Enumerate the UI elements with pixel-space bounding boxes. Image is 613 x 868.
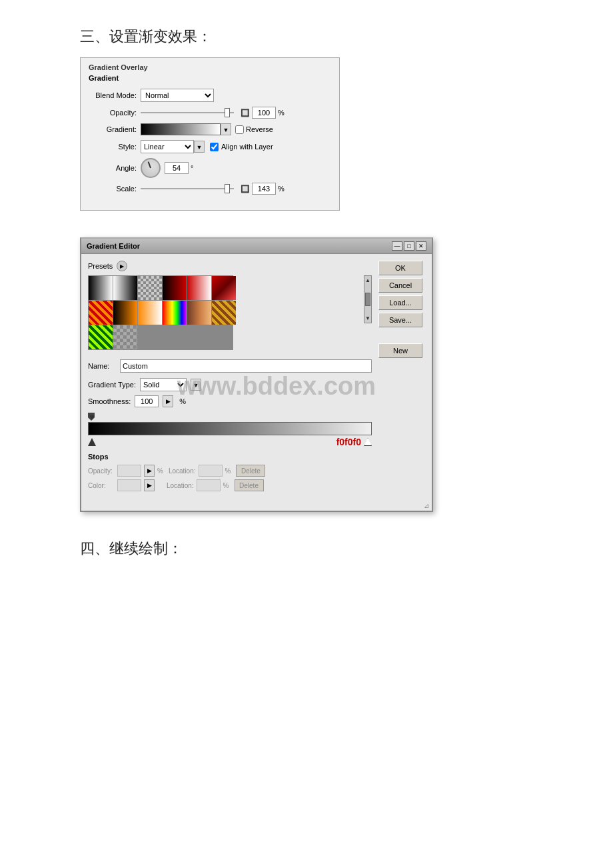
opacity-stop-location-label: Location: bbox=[169, 467, 196, 475]
resize-corner-area: ⊿ bbox=[81, 501, 432, 511]
section4: 四、继续绘制： bbox=[80, 539, 533, 559]
opacity-slider-track[interactable] bbox=[141, 109, 241, 117]
scale-input[interactable] bbox=[252, 183, 276, 195]
preset-item[interactable] bbox=[138, 301, 162, 325]
gradient-type-dropdown[interactable]: ▼ bbox=[191, 379, 201, 391]
preset-item[interactable] bbox=[163, 276, 187, 300]
preset-item[interactable] bbox=[89, 301, 113, 325]
panel-title: Gradient Overlay bbox=[89, 63, 331, 71]
close-button[interactable]: ✕ bbox=[416, 241, 426, 251]
gradient-stops-top: ▼ bbox=[88, 413, 372, 421]
blend-mode-row: Blend Mode: Normal bbox=[89, 89, 331, 102]
scroll-down-arrow[interactable]: ▼ bbox=[365, 315, 370, 321]
save-button[interactable]: Save... bbox=[378, 313, 422, 327]
stops-section: Stops Opacity: ▶ % Location: % Delete bbox=[88, 453, 372, 491]
presets-scrollbar[interactable]: ▲ ▼ bbox=[364, 275, 372, 323]
preset-item[interactable] bbox=[212, 301, 236, 325]
scroll-up-arrow[interactable]: ▲ bbox=[365, 277, 370, 283]
presets-options-button[interactable]: ▶ bbox=[117, 261, 127, 271]
smoothness-label: Smoothness: bbox=[88, 397, 131, 405]
scale-slider-thumb[interactable] bbox=[225, 184, 230, 193]
stop-marker-top-left[interactable]: ▼ bbox=[88, 413, 95, 421]
angle-dial[interactable] bbox=[141, 158, 161, 178]
align-layer-check: Align with Layer bbox=[210, 143, 273, 151]
preset-item[interactable] bbox=[212, 276, 236, 300]
align-layer-label: Align with Layer bbox=[221, 143, 273, 151]
color-stop-location-pct: % bbox=[223, 482, 229, 489]
opacity-stop-input[interactable] bbox=[117, 465, 141, 477]
gradient-type-row: Gradient Type: Solid ▼ bbox=[88, 378, 372, 391]
reverse-label: Reverse bbox=[246, 125, 273, 133]
preset-item[interactable] bbox=[138, 276, 162, 300]
stops-title: Stops bbox=[88, 453, 372, 461]
gradient-overlay-panel: Gradient Overlay Gradient Blend Mode: No… bbox=[80, 57, 340, 211]
color-stop-input[interactable] bbox=[117, 479, 141, 491]
preset-item[interactable] bbox=[163, 301, 187, 325]
gradient-name-row: Name: bbox=[88, 359, 372, 373]
gradient-stops-bottom: f0f0f0 bbox=[88, 437, 372, 447]
scroll-thumb[interactable] bbox=[365, 293, 370, 306]
preset-item[interactable] bbox=[113, 301, 137, 325]
opacity-stop-label: Opacity: bbox=[88, 467, 115, 475]
new-button[interactable]: New bbox=[378, 343, 422, 358]
preset-item[interactable] bbox=[187, 276, 211, 300]
opacity-stop-location-input[interactable] bbox=[199, 465, 223, 477]
opacity-slider-line bbox=[141, 112, 234, 113]
resize-corner[interactable]: ⊿ bbox=[424, 502, 429, 509]
align-layer-checkbox[interactable] bbox=[210, 143, 219, 151]
gradient-bar-area: ▼ f0f0f0 bbox=[88, 413, 372, 447]
preset-item[interactable] bbox=[113, 325, 137, 349]
smoothness-row: Smoothness: ▶ % bbox=[88, 395, 372, 407]
gradient-type-select[interactable]: Solid bbox=[140, 378, 187, 391]
gradient-preview[interactable] bbox=[141, 123, 221, 135]
section3-heading: 三、设置渐变效果： bbox=[80, 27, 533, 47]
maximize-button[interactable]: □ bbox=[404, 241, 414, 251]
presets-grid bbox=[88, 275, 233, 350]
preset-item[interactable] bbox=[113, 276, 137, 300]
gradient-type-label: Gradient Type: bbox=[88, 381, 136, 389]
scale-slider-track[interactable] bbox=[141, 185, 241, 193]
preset-item[interactable] bbox=[89, 276, 113, 300]
gradient-bar[interactable] bbox=[88, 422, 372, 435]
angle-input[interactable] bbox=[165, 162, 189, 174]
dial-needle bbox=[148, 161, 151, 168]
smoothness-stepper[interactable]: ▶ bbox=[163, 395, 173, 407]
minimize-button[interactable]: — bbox=[392, 241, 402, 251]
gradient-dropdown-arrow[interactable]: ▼ bbox=[221, 123, 231, 135]
preset-item[interactable] bbox=[89, 325, 113, 349]
opacity-label: Opacity: bbox=[89, 109, 137, 117]
window-titlebar: Gradient Editor — □ ✕ bbox=[81, 239, 432, 254]
opacity-slider-thumb[interactable] bbox=[225, 108, 230, 117]
name-label: Name: bbox=[88, 362, 115, 370]
window-action-buttons: OK Cancel Load... Save... New bbox=[378, 261, 425, 494]
stop-marker-bottom-right[interactable] bbox=[364, 438, 372, 446]
cancel-button[interactable]: Cancel bbox=[378, 278, 422, 293]
forofo-area: f0f0f0 bbox=[336, 437, 372, 447]
opacity-row: Opacity: 🔲 % bbox=[89, 107, 331, 119]
stop-marker-bottom-left[interactable] bbox=[88, 438, 96, 446]
opacity-stop-delete-btn[interactable]: Delete bbox=[236, 465, 265, 477]
window-body: Presets ▶ bbox=[81, 254, 432, 501]
color-stop-label: Color: bbox=[88, 482, 115, 489]
presets-label: Presets bbox=[88, 262, 113, 270]
smoothness-input[interactable] bbox=[135, 395, 159, 407]
reverse-checkbox[interactable] bbox=[235, 125, 244, 134]
opacity-stop-stepper[interactable]: ▶ bbox=[144, 465, 155, 477]
window-controls: — □ ✕ bbox=[392, 241, 426, 251]
color-stop-stepper[interactable]: ▶ bbox=[144, 479, 155, 491]
window-main: Presets ▶ bbox=[88, 261, 372, 494]
angle-label: Angle: bbox=[89, 164, 137, 172]
color-stop-row: Color: ▶ Location: % Delete bbox=[88, 479, 372, 491]
ok-button[interactable]: OK bbox=[378, 261, 422, 275]
gradient-name-input[interactable] bbox=[120, 359, 372, 373]
load-button[interactable]: Load... bbox=[378, 295, 422, 310]
opacity-unit: % bbox=[278, 109, 285, 117]
color-stop-location-input[interactable] bbox=[197, 479, 221, 491]
style-dropdown-arrow[interactable]: ▼ bbox=[194, 141, 205, 153]
color-stop-delete-btn[interactable]: Delete bbox=[235, 479, 264, 491]
opacity-input[interactable] bbox=[252, 107, 276, 119]
smoothness-unit: % bbox=[179, 397, 186, 405]
preset-item[interactable] bbox=[187, 301, 211, 325]
blend-mode-select[interactable]: Normal bbox=[141, 89, 214, 102]
style-select[interactable]: Linear bbox=[141, 140, 194, 153]
